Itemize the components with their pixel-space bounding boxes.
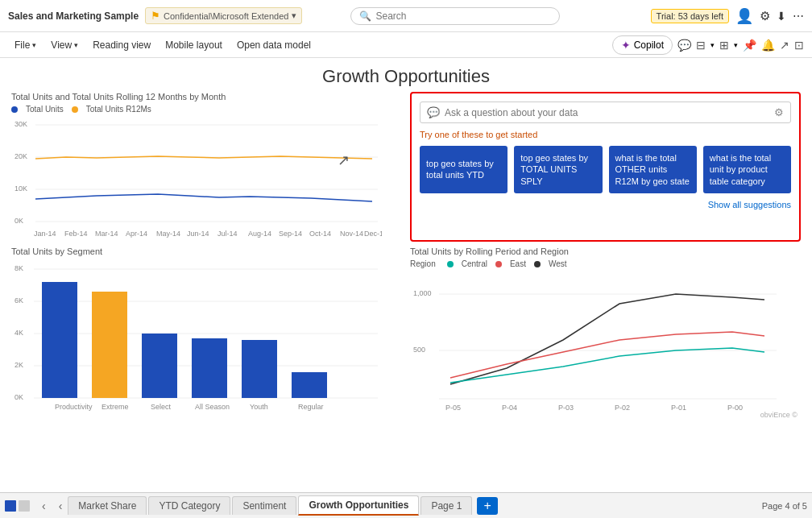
file-chevron: ▾	[32, 41, 36, 49]
x-nov: Nov-14	[340, 230, 363, 238]
qa-hint: Try one of these to get started	[420, 130, 791, 139]
bar-label-allseason: All Season	[195, 403, 230, 411]
region-label: Region	[410, 259, 436, 268]
menu-mobile-layout[interactable]: Mobile layout	[159, 36, 229, 54]
x-dec: Dec-14	[364, 230, 382, 238]
toolbar-icon-3[interactable]: 📌	[743, 39, 756, 52]
report-title: Sales and Marketing Sample	[8, 10, 139, 22]
qa-settings-icon[interactable]: ⚙	[774, 106, 784, 118]
bar-y-8k: 8K	[14, 264, 23, 272]
roll-y-500: 500	[413, 346, 425, 354]
add-tab-button[interactable]: +	[477, 497, 497, 515]
search-bar[interactable]: 🔍	[350, 7, 560, 25]
bar-label-youth: Youth	[250, 403, 268, 411]
roll-x-p05: P-05	[445, 404, 461, 412]
bar-productivity	[42, 282, 77, 398]
show-all-suggestions[interactable]: Show all suggestions	[420, 200, 791, 209]
x-jun: Jun-14	[187, 230, 209, 238]
list-view-icon[interactable]	[5, 500, 16, 512]
tab-market-share[interactable]: Market Share	[68, 496, 147, 515]
roll-x-p01: P-01	[671, 404, 686, 412]
menu-file[interactable]: File ▾	[8, 36, 43, 54]
prev-prev-tab-button[interactable]: ‹	[55, 498, 67, 514]
y-label-10k: 10K	[14, 184, 27, 193]
comment-icon[interactable]: 💬	[677, 39, 691, 52]
menu-view[interactable]: View ▾	[44, 36, 85, 54]
search-icon: 🔍	[359, 10, 371, 22]
bar-y-2k: 2K	[14, 361, 23, 369]
top-bar: Sales and Marketing Sample ⚑ Confidentia…	[0, 0, 812, 32]
bottom-left: ‹ ‹	[5, 498, 66, 514]
search-input[interactable]	[375, 10, 551, 22]
copilot-icon: ✦	[621, 39, 631, 52]
bar-extreme	[92, 292, 127, 398]
view-chevron: ▾	[74, 41, 78, 49]
legend-dot-west	[534, 261, 541, 267]
tab-sentiment[interactable]: Sentiment	[232, 496, 296, 515]
badge-label: Confidential\Microsoft Extended	[164, 11, 288, 21]
menu-reading-view[interactable]: Reading view	[86, 36, 157, 54]
toolbar-icon-1[interactable]: ⊟	[696, 39, 706, 52]
prev-tab-button[interactable]: ‹	[38, 498, 50, 514]
suggestion-card-1[interactable]: top geo states by TOTAL UNITS SPLY	[514, 146, 602, 193]
toolbar-chevron-1[interactable]: ▾	[710, 41, 715, 49]
menu-open-data-model[interactable]: Open data model	[230, 36, 317, 54]
central-line	[450, 348, 764, 383]
roll-x-p04: P-04	[502, 404, 517, 412]
bar-chart-svg: 8K 6K 4K 2K 0K Productivity Extreme	[11, 259, 382, 421]
bar-y-4k: 4K	[14, 329, 23, 337]
toolbar-icon-4[interactable]: 🔔	[761, 39, 775, 52]
rolling-chart-title: Total Units by Rolling Period and Region	[410, 247, 801, 256]
menu-bar-right: ✦ Copilot 💬 ⊟ ▾ ⊞ ▾ 📌 🔔 ↗ ⊡	[612, 35, 804, 55]
qa-input[interactable]	[445, 107, 769, 118]
bar-label-regular: Regular	[298, 403, 324, 411]
legend-label-total-units: Total Units	[26, 105, 64, 114]
suggestion-card-2[interactable]: what is the total OTHER units R12M by ge…	[609, 146, 697, 193]
toolbar-chevron-2[interactable]: ▾	[734, 41, 738, 49]
more-icon[interactable]: ⋯	[793, 10, 804, 23]
tab-page-1[interactable]: Page 1	[420, 496, 472, 515]
main-content: Growth Opportunities Total Units and Tot…	[0, 58, 812, 492]
legend-dot-total-units	[11, 106, 18, 113]
roll-x-p02: P-02	[615, 404, 630, 412]
copilot-button[interactable]: ✦ Copilot	[612, 35, 673, 55]
top-bar-right: Trial: 53 days left 👤 ⚙ ⬇ ⋯	[651, 7, 804, 25]
legend-label-east: East	[510, 259, 526, 268]
bar-youth	[242, 340, 277, 398]
top-row: Total Units and Total Units Rolling 12 M…	[0, 92, 812, 247]
qa-input-row[interactable]: 💬 ⚙	[420, 102, 791, 123]
confidentiality-badge: ⚑ Confidential\Microsoft Extended ▾	[145, 7, 302, 24]
legend-label-west: West	[549, 259, 567, 268]
legend-label-r12ms: Total Units R12Ms	[86, 105, 151, 114]
bar-y-0k: 0K	[14, 393, 23, 401]
rolling-chart-legend: Region Central East West	[410, 259, 801, 268]
legend-dot-east	[495, 261, 502, 267]
x-feb: Feb-14	[64, 230, 88, 238]
line-chart-box: Total Units and Total Units Rolling 12 M…	[11, 92, 402, 242]
suggestion-card-0[interactable]: top geo states by total units YTD	[420, 146, 508, 193]
toolbar-icon-6[interactable]: ⊡	[794, 39, 804, 52]
x-apr: Apr-14	[126, 230, 147, 238]
bar-label-extreme: Extreme	[102, 403, 129, 411]
tab-ytd-category[interactable]: YTD Category	[148, 496, 230, 515]
bar-y-6k: 6K	[14, 296, 23, 305]
line-chart-title: Total Units and Total Units Rolling 12 M…	[11, 92, 402, 102]
r12ms-line	[35, 156, 372, 159]
x-aug: Aug-14	[248, 230, 271, 238]
x-oct: Oct-14	[309, 230, 331, 238]
toolbar-icon-2[interactable]: ⊞	[719, 39, 729, 52]
toolbar-icon-5[interactable]: ↗	[780, 39, 789, 52]
bar-chart-box: Total Units by Segment 8K 6K 4K 2K 0K Pr…	[11, 247, 402, 421]
suggestion-cards: top geo states by total units YTD top ge…	[420, 146, 791, 193]
bar-allseason	[192, 338, 227, 398]
line-chart-svg: 30K 20K 10K 0K Jan-14 Feb-14 Mar-14 Apr-…	[11, 117, 382, 242]
suggestion-card-3[interactable]: what is the total unit by product table …	[703, 146, 791, 193]
grid-view-icon[interactable]	[19, 500, 30, 512]
tab-growth-opportunities[interactable]: Growth Opportunities	[298, 495, 419, 516]
settings-icon[interactable]: ⚙	[760, 9, 770, 23]
line-chart-legend: Total Units Total Units R12Ms	[11, 105, 402, 114]
rolling-chart-box: Total Units by Rolling Period and Region…	[410, 247, 801, 421]
download-icon[interactable]: ⬇	[777, 10, 786, 23]
account-icon[interactable]: 👤	[735, 7, 753, 25]
watermark: obviEnce ©	[760, 411, 798, 419]
